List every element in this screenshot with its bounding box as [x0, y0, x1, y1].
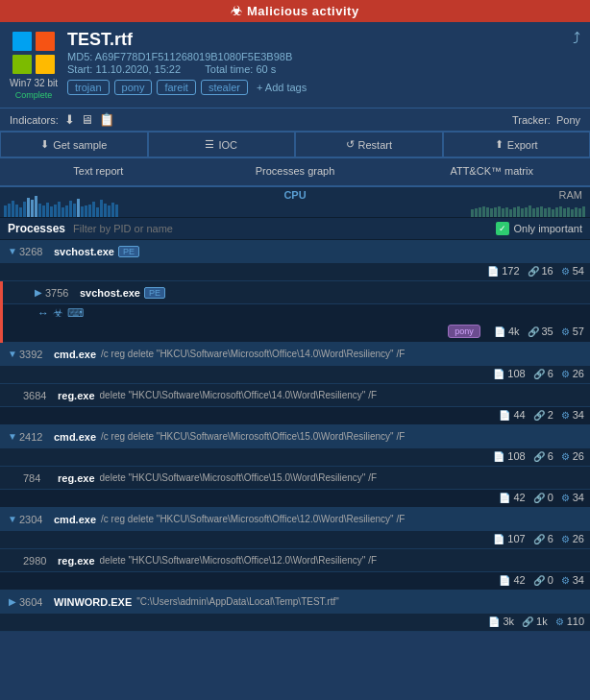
svg-rect-47	[521, 208, 524, 217]
svg-rect-55	[552, 209, 554, 217]
expand-icon[interactable]: ▼	[6, 245, 19, 258]
svg-rect-32	[111, 203, 114, 217]
stat-network: 🔗 16	[528, 265, 553, 277]
table-row[interactable]: ▼ 3268 svchost.exe PE	[0, 240, 590, 263]
stat-registry: ⚙ 26	[561, 368, 584, 379]
registry-icon: ⚙	[561, 326, 570, 337]
proc-name: svchost.exe	[54, 246, 114, 257]
svg-rect-25	[85, 205, 87, 217]
process-group-2304: ▼ 2304 cmd.exe /c reg delete "HKCU\Softw…	[0, 508, 590, 591]
table-row[interactable]: 3684 reg.exe delete "HKCU\Software\Micro…	[0, 384, 590, 407]
expand-icon[interactable]: ▼	[6, 513, 19, 526]
svg-rect-49	[529, 205, 531, 217]
table-row[interactable]: ▼ 2412 cmd.exe /c reg delete "HKCU\Softw…	[0, 425, 590, 448]
svg-rect-3	[36, 55, 55, 74]
stat-network-value: 6	[548, 533, 553, 544]
proc-pid: 2304	[19, 514, 54, 525]
cpu-ram-chart: CPU RAM	[0, 187, 590, 218]
network-icon: 🔗	[533, 369, 545, 379]
svg-rect-11	[31, 200, 34, 217]
only-important-checkbox[interactable]: ✓	[496, 222, 509, 235]
tracker-value[interactable]: Pony	[556, 114, 580, 126]
expand-icon[interactable]: ▶	[6, 595, 19, 609]
table-row[interactable]: 2980 reg.exe delete "HKCU\Software\Micro…	[0, 549, 590, 572]
monitor-indicator-icon[interactable]: 🖥	[81, 112, 93, 127]
file-icon: 📄	[494, 326, 505, 337]
md5-label: MD5:	[67, 51, 92, 62]
file-icon: 📄	[493, 534, 504, 544]
add-tags-button[interactable]: + Add tags	[253, 80, 310, 95]
svg-rect-50	[532, 208, 535, 217]
stat-network: 🔗 6	[533, 368, 553, 379]
tab-processes-graph[interactable]: Processes graph	[197, 158, 394, 185]
table-row[interactable]: ▼ 3392 cmd.exe /c reg delete "HKCU\Softw…	[0, 343, 590, 366]
download-indicator-icon[interactable]: ⬇	[64, 112, 75, 127]
svg-rect-39	[490, 208, 493, 217]
proc-cmd: /c reg delete "HKCU\Software\Microsoft\O…	[101, 349, 405, 359]
tag-fareit[interactable]: fareit	[157, 80, 195, 95]
table-row[interactable]: ▼ 2304 cmd.exe /c reg delete "HKCU\Softw…	[0, 508, 590, 531]
stat-network-value: 35	[542, 326, 553, 337]
keyboard-tool-icon[interactable]: ⌨	[67, 306, 84, 320]
export-button[interactable]: ⬆ Export	[443, 132, 591, 157]
tab-attck-matrix[interactable]: ATT&CK™ matrix	[393, 158, 590, 185]
svg-rect-0	[12, 32, 32, 51]
get-sample-icon: ⬇	[40, 138, 49, 151]
proc-name: cmd.exe	[54, 514, 96, 525]
svg-rect-56	[555, 207, 558, 217]
only-important-label: Only important	[513, 223, 582, 234]
md5-value: A69F778D1F511268019B1080F5E3B98B	[95, 51, 293, 62]
processes-label: Processes	[8, 222, 65, 235]
stat-network: 🔗 6	[533, 450, 553, 462]
process-filter-bar: Processes ✓ Only important	[0, 218, 590, 240]
only-important-toggle[interactable]: ✓ Only important	[496, 222, 582, 235]
stat-network: 🔗 6	[533, 533, 553, 544]
proc-stats-2980: 📄 42 🔗 0 ⚙ 34	[0, 572, 590, 591]
get-sample-button[interactable]: ⬇ Get sample	[0, 132, 148, 157]
stat-network-value: 0	[548, 492, 553, 503]
start-date: 11.10.2020, 15:22	[95, 63, 181, 75]
stat-files: 📄 108	[493, 368, 525, 379]
restart-label: Restart	[358, 139, 392, 151]
expand-icon[interactable]: ▶	[32, 286, 45, 300]
stat-network: 🔗 2	[533, 409, 553, 421]
tab-text-report[interactable]: Text report	[0, 158, 197, 185]
filter-input[interactable]	[73, 223, 488, 234]
arrows-tool-icon[interactable]: ↔	[37, 306, 49, 320]
skull-tool-icon[interactable]: ☣	[53, 306, 63, 320]
stat-files-value: 42	[513, 574, 525, 586]
proc-cmd: delete "HKCU\Software\Microsoft\Office\1…	[100, 472, 378, 483]
indicators-row: Indicators: ⬇ 🖥 📋 Tracker: Pony	[0, 109, 590, 132]
stat-network-value: 0	[548, 574, 553, 586]
expand-icon[interactable]: ▼	[6, 348, 19, 361]
table-row[interactable]: 784 reg.exe delete "HKCU\Software\Micros…	[0, 467, 590, 490]
stat-registry-value: 34	[573, 409, 584, 421]
tag-trojan[interactable]: trojan	[67, 80, 110, 95]
stat-registry: ⚙ 57	[561, 326, 584, 337]
stat-files-value: 44	[513, 409, 525, 421]
svg-rect-52	[540, 206, 543, 217]
tag-pony[interactable]: pony	[114, 80, 153, 95]
svg-rect-46	[517, 206, 520, 217]
ioc-icon: ☰	[205, 138, 214, 151]
svg-rect-54	[548, 207, 551, 217]
table-row[interactable]: ▶ 3756 svchost.exe PE	[3, 281, 590, 304]
ioc-button[interactable]: ☰ IOC	[148, 132, 296, 157]
copy-indicator-icon[interactable]: 📋	[99, 112, 114, 127]
export-icon: ⬆	[495, 138, 504, 151]
stat-registry: ⚙ 26	[561, 450, 584, 462]
svg-rect-27	[92, 202, 95, 217]
stat-files-value: 107	[507, 533, 525, 544]
expand-icon[interactable]: ▼	[6, 430, 19, 444]
restart-button[interactable]: ↺ Restart	[295, 132, 443, 157]
tag-stealer[interactable]: stealer	[201, 80, 248, 95]
process-group-3268: ▼ 3268 svchost.exe PE 📄 172 🔗 16 ⚙ 54 ▶	[0, 240, 590, 343]
proc-cmd: "C:\Users\admin\AppData\Local\Temp\TEST.…	[136, 596, 339, 607]
stat-files: 📄 108	[493, 450, 525, 462]
table-row[interactable]: ▶ 3604 WINWORD.EXE "C:\Users\admin\AppDa…	[0, 591, 590, 614]
svg-rect-53	[544, 208, 547, 217]
share-button[interactable]: ⤴	[573, 30, 580, 47]
ioc-label: IOC	[218, 139, 237, 151]
svg-rect-2	[12, 55, 32, 74]
indicators-label: Indicators:	[10, 114, 59, 126]
